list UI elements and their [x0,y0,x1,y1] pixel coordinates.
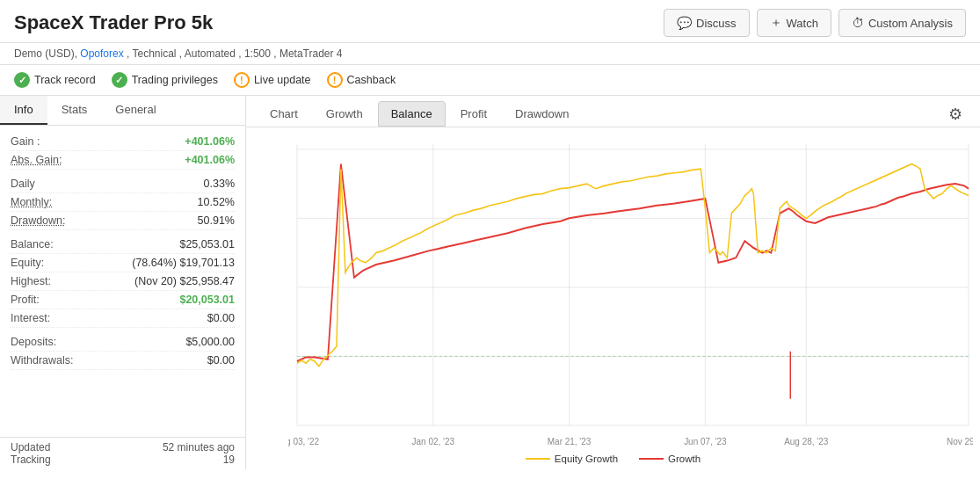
equity-growth-line-sample [526,458,550,460]
interest-label: Interest: [11,312,50,324]
tab-growth[interactable]: Growth [313,101,376,127]
drawdown-value: 50.91% [198,214,235,227]
track-record-badge: ✓ Track record [14,72,96,88]
daily-label: Daily [11,178,35,190]
stat-row-equity: Equity: (78.64%) $19,701.13 [11,254,235,272]
main-content: Info Stats General Gain : +401.06% Abs. … [0,96,980,469]
svg-text:Aug 03, '22: Aug 03, '22 [288,436,319,447]
check-icon-1: ✓ [14,72,30,88]
tracking-row: Tracking 19 [11,454,235,466]
withdrawals-label: Withdrawals: [11,354,74,367]
tab-chart[interactable]: Chart [257,101,311,127]
chart-svg: 450% 300% 150% 0% -150% [288,134,973,450]
stat-row-daily: Daily 0.33% [11,175,235,193]
warn-icon-2: ! [327,72,343,88]
warn-icon-1: ! [234,72,250,88]
highest-label: Highest: [11,275,51,287]
header-buttons: 💬 Discuss ＋ Watch ⏱ Custom Analysis [664,9,966,37]
svg-text:Aug 28, '23: Aug 28, '23 [784,436,828,447]
watch-icon: ＋ [770,15,782,31]
drawdown-label: Drawdown: [11,214,66,227]
svg-text:Jan 02, '23: Jan 02, '23 [412,436,455,447]
custom-analysis-button[interactable]: ⏱ Custom Analysis [838,9,966,37]
header: SpaceX Trader Pro 5k 💬 Discuss ＋ Watch ⏱… [0,0,980,43]
updated-row: Updated 52 minutes ago [11,441,235,454]
gain-value: +401.06% [185,135,235,148]
svg-text:Mar 21, '23: Mar 21, '23 [548,436,592,447]
discuss-button[interactable]: 💬 Discuss [664,9,750,37]
watch-button[interactable]: ＋ Watch [757,9,831,37]
broker-link[interactable]: Opoforex [80,47,123,60]
svg-text:Jun 07, '23: Jun 07, '23 [684,436,727,447]
chart-settings-button[interactable]: ⚙ [941,105,969,124]
profit-value: $20,053.01 [179,294,235,306]
bottom-info: Updated 52 minutes ago Tracking 19 [0,437,245,469]
analysis-icon: ⏱ [852,16,864,30]
left-panel: Info Stats General Gain : +401.06% Abs. … [0,96,246,469]
growth-line [297,164,969,361]
gain-label: Gain : [11,135,40,148]
right-panel: Chart Growth Balance Profit Drawdown ⚙ 4… [246,96,980,469]
daily-value: 0.33% [204,178,235,190]
chart-area: 450% 300% 150% 0% -150% [246,127,980,450]
stat-row-monthly: Monthly: 10.52% [11,193,235,212]
withdrawals-value: $0.00 [207,354,235,367]
monthly-label: Monthly: [11,196,52,208]
stat-row-highest: Highest: (Nov 20) $25,958.47 [11,272,235,291]
profit-label: Profit: [11,294,40,306]
equity-growth-line [297,164,969,367]
deposits-value: $5,000.00 [185,336,235,348]
live-update-badge: ! Live update [234,72,311,88]
deposits-label: Deposits: [11,336,56,348]
stat-row-balance: Balance: $25,053.01 [11,236,235,254]
chart-tab-bar: Chart Growth Balance Profit Drawdown ⚙ [246,96,980,127]
stat-row-abs-gain: Abs. Gain: +401.06% [11,151,235,170]
tab-balance[interactable]: Balance [378,101,446,127]
svg-text:Nov 29, '23: Nov 29, '23 [947,436,973,447]
trading-privileges-badge: ✓ Trading privileges [112,72,218,88]
check-icon-2: ✓ [112,72,127,88]
stat-row-drawdown: Drawdown: 50.91% [11,212,235,230]
stat-row-deposits: Deposits: $5,000.00 [11,333,235,352]
subtitle: Demo (USD), Opoforex , Technical , Autom… [0,43,980,65]
page-title: SpaceX Trader Pro 5k [14,11,213,34]
tab-profit[interactable]: Profit [447,101,500,127]
stat-row-withdrawals: Withdrawals: $0.00 [11,352,235,370]
tab-info[interactable]: Info [0,96,47,125]
stat-row-interest: Interest: $0.00 [11,309,235,328]
left-content: Gain : +401.06% Abs. Gain: +401.06% Dail… [0,126,245,437]
growth-line-sample [639,458,664,460]
legend-equity-growth: Equity Growth [526,454,618,464]
monthly-value: 10.52% [198,196,235,208]
abs-gain-value: +401.06% [185,154,235,166]
abs-gain-label: Abs. Gain: [11,154,62,166]
equity-value: (78.64%) $19,701.13 [132,257,235,269]
chart-legend: Equity Growth Growth [246,450,980,469]
badges-bar: ✓ Track record ✓ Trading privileges ! Li… [0,65,980,96]
interest-value: $0.00 [207,312,235,324]
tab-stats[interactable]: Stats [47,96,102,125]
equity-label: Equity: [11,257,44,269]
left-tab-bar: Info Stats General [0,96,245,126]
stat-row-gain: Gain : +401.06% [11,133,235,151]
balance-label: Balance: [11,238,54,250]
stat-row-profit: Profit: $20,053.01 [11,291,235,309]
legend-growth: Growth [639,454,701,464]
balance-value: $25,053.01 [179,238,235,250]
cashback-badge: ! Cashback [327,72,396,88]
tab-drawdown[interactable]: Drawdown [502,101,582,127]
highest-value: (Nov 20) $25,958.47 [134,275,235,287]
tab-general[interactable]: General [101,96,170,125]
discuss-icon: 💬 [677,16,692,30]
